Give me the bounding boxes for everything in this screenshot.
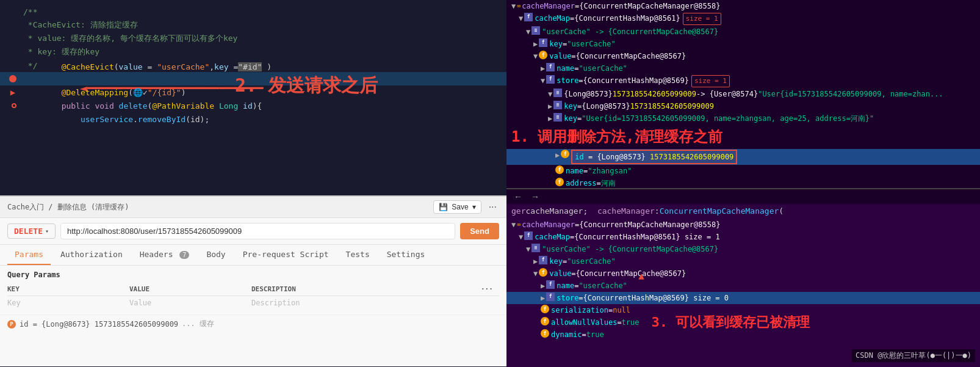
service: userService [81,115,133,124]
right-panel: ▼ ∞ cacheManager = {ConcurrentMapCacheMa… [506,0,980,367]
keyword-ger: ger [511,205,525,217]
map-icon: ≡ [553,113,562,122]
oo-icon: ∞ [517,219,521,230]
map-icon: f [546,293,555,301]
chevron-right-icon: ▶ [548,101,552,112]
annotation-2-text: 2. 发送请求之后 [235,73,378,98]
param-value: value [119,62,143,71]
tab-params[interactable]: Params [7,245,51,265]
method-badge[interactable]: DELETE ▾ [7,223,56,239]
comma: , [209,62,214,71]
tree-value: {ConcurrentHashMap@8569} [583,75,689,86]
chevron-down-icon: ▾ [472,203,476,211]
chevron-right-icon: ▶ [555,150,560,161]
code-line-1: /** [0,5,506,18]
tree-item-address: f address = 河南 [506,177,980,189]
code-text: cacheManager; [525,205,597,217]
chevron-down-icon: ▼ [548,89,552,100]
tree-text: cacheMap [535,13,570,24]
p-icon: P [7,320,16,329]
obj-icon: f [541,305,549,313]
tree-value: "User{id=1573185542605099009, name=zhang… [582,113,874,124]
breadcrumb-left: Cache入门 / 删除信息 (清理缓存) [7,202,129,213]
tree-value: "userCache" [567,38,615,49]
tree-text: key [549,38,563,49]
debug-nav-bar: ← → [506,189,980,204]
tree-equals: = [608,305,613,316]
tree-value: {ConcurrentHashMap@8561} [574,13,680,24]
tree-item-name: ▶ f name = "userCache" [506,62,980,74]
tree-item-allownull: f allowNullValues = true 3. 可以看到缓存已被清理 [506,316,980,329]
tree-equals: = [574,280,578,291]
tree-value: 1573185542605099009 [613,89,696,100]
nav-forward-button[interactable]: → [528,191,542,203]
desc-header: DESCRIPTION [251,285,481,293]
tree-item-name-2: ▶ f name = "userCache" [506,280,980,292]
tab-authorization[interactable]: Authorization [53,245,130,265]
breakpoint-indicator [9,75,16,82]
tree-equals: = [571,268,575,279]
tree-text: store [557,293,578,303]
line-content: * value: 缓存的名称, 每个缓存名称下面可以有多个key [23,33,506,44]
obj-icon: f [541,329,549,338]
chevron-icon: ▾ [45,228,49,234]
debug-bottom: ▼ ∞ cacheManager = {ConcurrentMapCacheMa… [506,219,980,367]
tab-prerequest[interactable]: Pre-request Script [236,245,336,265]
bottom-extra-text: ... 缓存 [182,319,214,329]
key-cell: Key [7,299,129,307]
more-button[interactable]: ··· [486,202,499,213]
dot: . [133,115,138,124]
tab-tests[interactable]: Tests [339,245,377,265]
chevron-down-icon: ▼ [526,244,530,255]
colon: : [655,205,660,217]
left-panel: /** *CacheEvict: 清除指定缓存 * value: 缓存的名称, … [0,0,506,367]
map-icon: f [539,38,547,47]
tree-equals: = [563,256,567,267]
tree-text: "userCache" -> {ConcurrentMapCache@8567} [542,26,718,37]
tab-settings[interactable]: Settings [380,245,433,265]
tree-text: value [549,51,571,62]
tree-equals: = [563,38,567,49]
map-icon: f [546,75,555,84]
chevron-down-icon: ▼ [541,75,545,86]
user-service-line: userService.removeById(id); [0,112,506,126]
line-content: userService.removeById(id); [23,106,506,133]
tree-item-cache-manager: ▼ ∞ cacheManager = {ConcurrentMapCacheMa… [506,0,980,12]
map-icon: ≡ [531,26,540,35]
send-button[interactable]: Send [460,223,499,239]
chevron-down-icon: ▼ [533,268,538,279]
class-name: ConcurrentMapCacheManager [660,205,779,217]
tree-value: "userCache" [578,63,627,74]
tree-value: {Long@8573} [582,101,630,112]
obj-icon: f [561,150,569,158]
tree-text: serialization [551,305,608,316]
obj-icon: f [555,165,564,174]
method-label: DELETE [14,227,43,236]
tree-equals: = [571,51,575,62]
tree-text: key [564,113,577,124]
breakpoint-empty [12,103,16,108]
eq2: = [229,62,239,71]
line-content: /** [23,7,506,16]
chevron-down-icon: ▼ [519,13,523,24]
eq: = [143,62,157,71]
request-bar: DELETE ▾ Send [0,218,506,245]
tree-text: address [566,178,597,189]
tree-equals: = [575,219,579,230]
save-button[interactable]: 💾 Save ▾ [433,200,481,214]
debug-code-line: ger cacheManager; cacheManager : Concurr… [506,204,980,219]
watermark-text: CSDN @欣慰的三叶草(●一(|)一●) [852,349,975,362]
line-number: ▶ [5,87,23,97]
url-input[interactable] [60,223,455,239]
tab-body[interactable]: Body [199,245,232,265]
code-line-3: * value: 缓存的名称, 每个缓存名称下面可以有多个key [0,32,506,45]
tree-value: 河南 [601,178,616,189]
desc-cell: Description [251,299,499,307]
obj-icon: f [555,178,564,186]
debug-top: ▼ ∞ cacheManager = {ConcurrentMapCacheMa… [506,0,980,189]
nav-back-button[interactable]: ← [511,191,525,203]
tree-value: {ConcurrentMapCache@8567} [576,51,686,62]
tree-equals: = [597,178,601,189]
id-number: 1573185542605099009 [650,153,733,161]
tab-headers[interactable]: Headers 7 [132,245,197,265]
